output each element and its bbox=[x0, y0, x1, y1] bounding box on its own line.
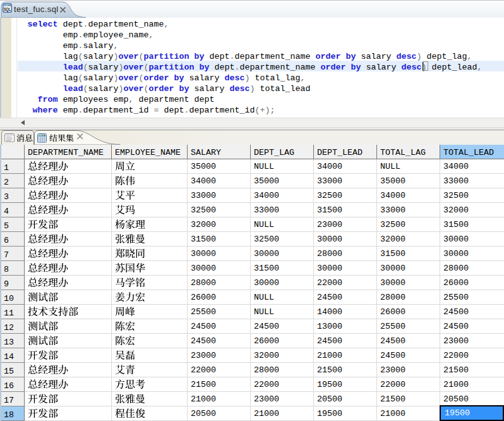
svg-text:SQL: SQL bbox=[4, 6, 11, 12]
